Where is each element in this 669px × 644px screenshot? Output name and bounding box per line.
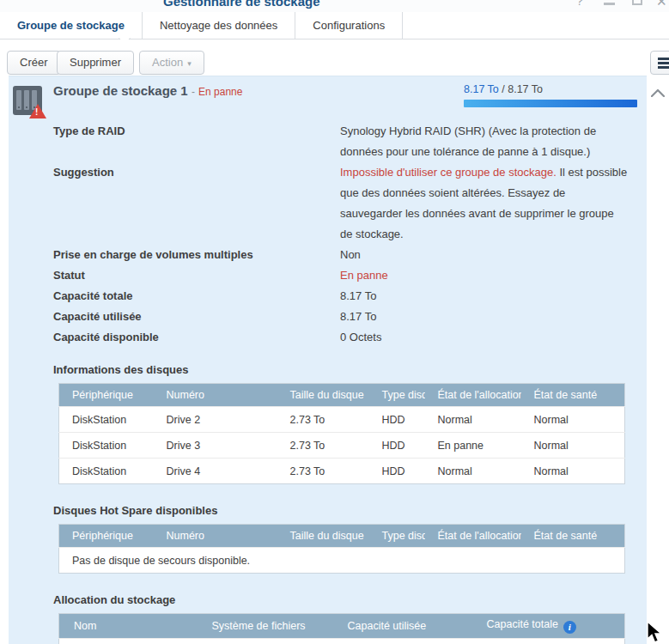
detail-row-total-capacity: Capacité totale 8.17 To xyxy=(53,286,647,307)
detail-row-status: Statut En panne xyxy=(53,265,647,286)
col-size[interactable]: Taille du disque xyxy=(277,525,369,548)
pool-details: Type de RAID Synology Hybrid RAID (SHR) … xyxy=(53,121,647,348)
col-name[interactable]: Nom xyxy=(59,614,198,639)
allocation-table: Nom Système de fichiers Capacité utilisé… xyxy=(58,613,625,644)
cell-device: DiskStation xyxy=(59,433,154,459)
cell-number: Drive 3 xyxy=(154,433,277,459)
pool-title: Groupe de stockage 1 - En panne xyxy=(53,83,242,98)
pool-title-separator: - xyxy=(192,86,195,98)
cell-type: HDD xyxy=(369,433,425,459)
tab-configurations[interactable]: Configurations xyxy=(295,12,403,39)
detail-label: Capacité utilisée xyxy=(53,307,340,327)
col-type[interactable]: Type disque xyxy=(369,384,425,407)
suggestion-error-text: Impossible d'utiliser ce groupe de stock… xyxy=(340,166,556,179)
hotspare-table: Périphérique Numéro Taille du disque Typ… xyxy=(58,524,625,574)
table-header-row: Périphérique Numéro Taille du disque Typ… xyxy=(59,525,625,548)
col-number[interactable]: Numéro xyxy=(154,384,277,407)
storage-manager-window: Gestionnaire de stockage ? ✕ Groupe de s… xyxy=(0,0,669,644)
cell-health: Normal xyxy=(521,433,625,459)
detail-label: Capacité totale xyxy=(53,286,340,307)
table-header-row: Nom Système de fichiers Capacité utilisé… xyxy=(59,614,625,639)
close-icon[interactable]: ✕ xyxy=(656,0,667,9)
pool-header: ! Groupe de stockage 1 - En panne 8.17 T… xyxy=(9,76,647,119)
cell-allocation: Normal xyxy=(425,459,521,484)
allocation-section-title: Allocation du stockage xyxy=(53,593,647,606)
detail-row-used-capacity: Capacité utilisée 8.17 To xyxy=(53,307,647,327)
help-icon[interactable]: ? xyxy=(576,0,583,8)
mouse-cursor xyxy=(646,621,665,644)
col-filesystem[interactable]: Système de fichiers xyxy=(198,614,333,639)
detail-label: Statut xyxy=(53,265,340,286)
content-area: ! Groupe de stockage 1 - En panne 8.17 T… xyxy=(0,76,669,644)
table-row[interactable]: DiskStation Drive 2 2.73 To HDD Normal N… xyxy=(59,407,625,433)
disk-info-table: Périphérique Numéro Taille du disque Typ… xyxy=(58,383,625,484)
hotspare-section-title: Disques Hot Spare disponibles xyxy=(53,504,647,517)
cell-type: HDD xyxy=(369,407,425,433)
detail-row-suggestion: Suggestion Impossible d'utiliser ce grou… xyxy=(53,162,647,245)
status-value: En panne xyxy=(340,265,629,286)
create-button[interactable]: Créer xyxy=(7,51,61,75)
capacity-total: 8.17 To xyxy=(508,83,543,95)
col-total-label: Capacité totale xyxy=(487,618,558,630)
list-view-button[interactable] xyxy=(650,51,669,75)
cell-number: Drive 2 xyxy=(154,407,277,433)
cell-size: 2.73 To xyxy=(277,407,369,433)
pool-status-badge: En panne xyxy=(198,86,242,98)
capacity-text: 8.17 To / 8.17 To xyxy=(464,83,543,95)
tab-bar: Groupe de stockage Nettoyage des données… xyxy=(0,12,669,39)
detail-label: Suggestion xyxy=(53,162,340,245)
cell-device: DiskStation xyxy=(59,407,154,433)
col-health[interactable]: État de santé xyxy=(521,525,625,548)
table-row[interactable]: DiskStation Drive 3 2.73 To HDD En panne… xyxy=(59,433,625,459)
detail-value: 8.17 To xyxy=(340,286,629,307)
table-row[interactable]: DiskStation Drive 4 2.73 To HDD Normal N… xyxy=(59,459,625,484)
info-icon[interactable]: i xyxy=(563,621,576,634)
cell-size: 2.73 To xyxy=(277,433,369,459)
capacity-used: 8.17 To xyxy=(464,83,499,95)
chevron-down-icon: ▾ xyxy=(187,59,192,68)
detail-value: 8.17 To xyxy=(340,307,629,327)
col-allocation[interactable]: État de l'allocation xyxy=(425,525,521,548)
storage-pool-icon: ! xyxy=(13,86,42,115)
detail-row-available-capacity: Capacité disponible 0 Octets xyxy=(53,327,647,348)
maximize-icon[interactable] xyxy=(632,0,642,5)
empty-row: Pas de disque de secours disponible. xyxy=(59,548,625,574)
col-size[interactable]: Taille du disque xyxy=(277,384,369,407)
col-number[interactable]: Numéro xyxy=(154,525,277,548)
cell-type: HDD xyxy=(369,459,425,484)
table-row[interactable]: Volume 1 ext4 1.15 To 8.11 To xyxy=(59,639,625,644)
cell-health: Normal xyxy=(521,407,625,433)
tab-data-scrubbing[interactable]: Nettoyage des données xyxy=(143,12,295,39)
cell-used: 1.15 To xyxy=(333,639,472,644)
window-title: Gestionnaire de stockage xyxy=(163,0,320,9)
cell-size: 2.73 To xyxy=(277,459,369,484)
col-device[interactable]: Périphérique xyxy=(59,525,154,548)
delete-button[interactable]: Supprimer xyxy=(57,51,134,75)
collapse-chevron-icon[interactable] xyxy=(651,88,665,97)
col-total[interactable]: Capacité totalei xyxy=(472,614,625,639)
disk-info-section-title: Informations des disques xyxy=(53,363,647,376)
empty-message: Pas de disque de secours disponible. xyxy=(59,548,625,574)
pool-name: Groupe de stockage 1 xyxy=(53,83,188,98)
table-header-row: Périphérique Numéro Taille du disque Typ… xyxy=(59,384,625,407)
cell-filesystem: ext4 xyxy=(198,639,333,644)
col-type[interactable]: Type disque xyxy=(369,525,425,548)
col-allocation[interactable]: État de l'allocation xyxy=(425,384,521,407)
cell-name: Volume 1 xyxy=(59,639,198,644)
cell-allocation: Normal xyxy=(425,407,521,433)
window-titlebar: Gestionnaire de stockage ? ✕ xyxy=(0,0,669,12)
col-health[interactable]: État de santé xyxy=(521,384,625,407)
action-label: Action xyxy=(152,56,183,69)
capacity-divider: / xyxy=(499,83,508,95)
minimize-icon[interactable] xyxy=(604,3,615,5)
detail-row-multi-volume: Prise en charge de volumes multiples Non xyxy=(53,245,647,265)
cell-health: Normal xyxy=(521,459,625,484)
detail-value: Impossible d'utiliser ce groupe de stock… xyxy=(340,162,629,245)
col-device[interactable]: Périphérique xyxy=(59,384,154,407)
storage-pool-panel: ! Groupe de stockage 1 - En panne 8.17 T… xyxy=(9,76,647,644)
capacity-progress-bar xyxy=(464,100,637,107)
col-used[interactable]: Capacité utilisée xyxy=(333,614,472,639)
action-dropdown-button[interactable]: Action▾ xyxy=(139,51,204,75)
detail-value: Synology Hybrid RAID (SHR) (Avec la prot… xyxy=(340,121,629,162)
detail-label: Type de RAID xyxy=(53,121,340,162)
